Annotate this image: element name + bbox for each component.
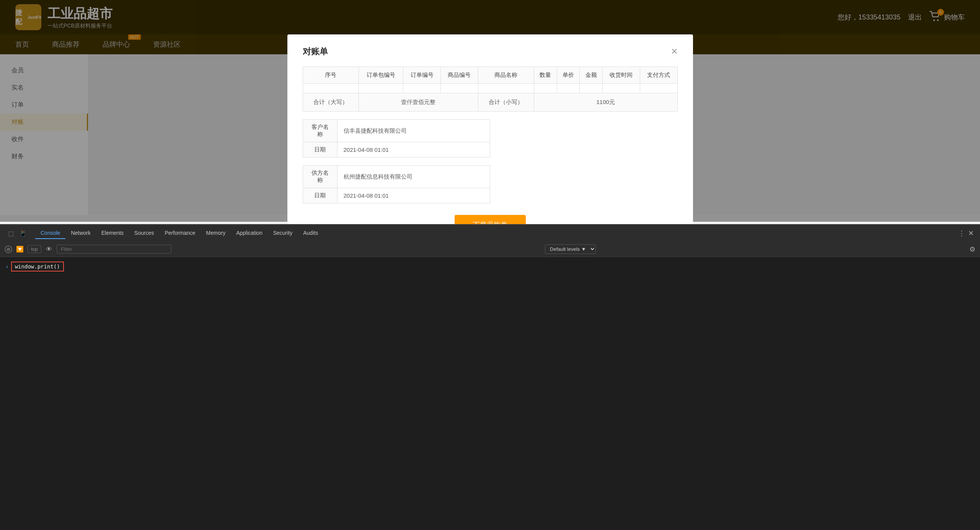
- supplier-table: 供方名称 杭州捷配信息科技有限公司 日期 2021-04-08 01:01: [303, 165, 490, 203]
- console-filter-input[interactable]: [57, 245, 171, 254]
- total-row: 合计（大写） 壹仟壹佰元整 合计（小写） 1100元: [303, 93, 677, 112]
- col-product-no: 商品编号: [441, 67, 478, 84]
- tab-audits[interactable]: Audits: [298, 228, 323, 239]
- console-content: › window.print(): [0, 257, 980, 275]
- context-selector[interactable]: top: [28, 245, 41, 253]
- total-big-value: 壹仟壹佰元整: [359, 93, 478, 112]
- tab-elements[interactable]: Elements: [96, 228, 129, 239]
- console-command[interactable]: window.print(): [11, 262, 64, 272]
- tab-memory[interactable]: Memory: [201, 228, 231, 239]
- modal-header: 对账单 ✕: [303, 46, 678, 57]
- total-small-label: 合计（小写）: [478, 93, 534, 112]
- devtools-close-icon[interactable]: ✕: [968, 229, 974, 237]
- customer-table: 客户名称 信丰县捷配科技有限公司 日期 2021-04-08 01:01: [303, 119, 490, 158]
- eye-icon[interactable]: 👁: [44, 245, 54, 254]
- devtools-more-icon[interactable]: ⋮: [958, 229, 965, 237]
- tab-console[interactable]: Console: [35, 228, 65, 239]
- customer-section: 客户名称 信丰县捷配科技有限公司 日期 2021-04-08 01:01: [303, 119, 678, 158]
- col-receive-time: 收货时间: [602, 67, 640, 84]
- supplier-date-label: 日期: [303, 188, 337, 203]
- total-big-label: 合计（大写）: [303, 93, 359, 112]
- col-package-no: 订单包编号: [359, 67, 403, 84]
- customer-date-value: 2021-04-08 01:01: [337, 142, 490, 158]
- default-levels-select[interactable]: Default levels ▼: [545, 244, 596, 254]
- inspect-icon[interactable]: ⬚: [6, 229, 15, 238]
- tab-performance[interactable]: Performance: [159, 228, 201, 239]
- modal-title: 对账单: [303, 46, 328, 57]
- col-order-no: 订单编号: [403, 67, 441, 84]
- customer-date-row: 日期 2021-04-08 01:01: [303, 142, 490, 158]
- console-input-line: › window.print(): [6, 262, 974, 272]
- table-row: [303, 84, 677, 93]
- customer-name-label: 客户名称: [303, 120, 337, 142]
- clear-console-icon[interactable]: ⊘: [5, 245, 12, 253]
- customer-name-row: 客户名称 信丰县捷配科技有限公司: [303, 120, 490, 142]
- total-small-value: 1100元: [534, 93, 677, 112]
- supplier-name-value: 杭州捷配信息科技有限公司: [337, 166, 490, 188]
- reconcile-table: 序号 订单包编号 订单编号 商品编号 商品名称 数量 单价 金额 收货时间 支付…: [303, 67, 678, 112]
- tab-network[interactable]: Network: [65, 228, 96, 239]
- device-icon[interactable]: 📱: [18, 229, 28, 238]
- col-unit-price: 单价: [557, 67, 580, 84]
- col-seq: 序号: [303, 67, 359, 84]
- devtools-toolbar: ⬚ 📱 Console Network Elements Sources Per…: [0, 225, 980, 242]
- tab-security[interactable]: Security: [268, 228, 298, 239]
- customer-name-value: 信丰县捷配科技有限公司: [337, 120, 490, 142]
- col-product-name: 商品名称: [478, 67, 534, 84]
- customer-date-label: 日期: [303, 142, 337, 158]
- col-payment: 支付方式: [640, 67, 677, 84]
- tab-sources[interactable]: Sources: [129, 228, 159, 239]
- console-toolbar: ⊘ 🔽 top 👁 Default levels ▼ ⚙: [0, 242, 980, 257]
- tab-application[interactable]: Application: [231, 228, 268, 239]
- modal: 对账单 ✕ 序号 订单包编号 订单编号 商品编号 商品名称 数量 单价 金额 收…: [287, 34, 693, 250]
- supplier-date-row: 日期 2021-04-08 01:01: [303, 188, 490, 203]
- col-amount: 金额: [580, 67, 603, 84]
- filter-icon[interactable]: 🔽: [15, 245, 24, 254]
- devtools-tabs: Console Network Elements Sources Perform…: [35, 228, 323, 239]
- supplier-date-value: 2021-04-08 01:01: [337, 188, 490, 203]
- settings-icon[interactable]: ⚙: [969, 245, 975, 254]
- col-qty: 数量: [534, 67, 557, 84]
- supplier-section: 供方名称 杭州捷配信息科技有限公司 日期 2021-04-08 01:01: [303, 165, 678, 203]
- close-icon[interactable]: ✕: [671, 47, 678, 56]
- supplier-name-row: 供方名称 杭州捷配信息科技有限公司: [303, 166, 490, 188]
- supplier-name-label: 供方名称: [303, 166, 337, 188]
- console-prompt: ›: [6, 263, 8, 270]
- devtools-panel: ⬚ 📱 Console Network Elements Sources Per…: [0, 224, 980, 530]
